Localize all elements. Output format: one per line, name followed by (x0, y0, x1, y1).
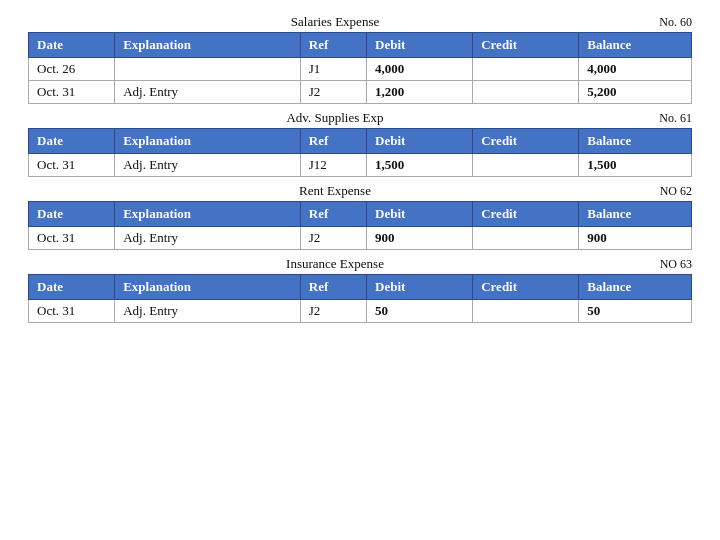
col-header-1-5: Balance (579, 129, 692, 154)
table-0: DateExplanationRefDebitCreditBalanceOct.… (28, 32, 692, 104)
table-row: Oct. 26J14,0004,000 (29, 58, 692, 81)
col-header-0-0: Date (29, 33, 115, 58)
col-header-2-1: Explanation (115, 202, 301, 227)
section-0: Salaries ExpenseNo. 60DateExplanationRef… (28, 14, 692, 104)
main-title (0, 0, 720, 14)
col-header-0-4: Credit (473, 33, 579, 58)
cell-2-0-5: 900 (579, 227, 692, 250)
table-row: Oct. 31Adj. EntryJ25050 (29, 300, 692, 323)
cell-3-0-3: 50 (367, 300, 473, 323)
section-title-0: Salaries Expense (28, 14, 642, 30)
cell-1-0-4 (473, 154, 579, 177)
cell-3-0-4 (473, 300, 579, 323)
col-header-0-5: Balance (579, 33, 692, 58)
col-header-1-2: Ref (300, 129, 366, 154)
cell-2-0-0: Oct. 31 (29, 227, 115, 250)
cell-0-0-5: 4,000 (579, 58, 692, 81)
col-header-3-2: Ref (300, 275, 366, 300)
section-no-0: No. 60 (642, 15, 692, 30)
cell-0-0-3: 4,000 (367, 58, 473, 81)
cell-1-0-1: Adj. Entry (115, 154, 301, 177)
cell-3-0-1: Adj. Entry (115, 300, 301, 323)
cell-0-0-2: J1 (300, 58, 366, 81)
cell-0-0-1 (115, 58, 301, 81)
section-3: Insurance ExpenseNO 63DateExplanationRef… (28, 256, 692, 323)
col-header-1-1: Explanation (115, 129, 301, 154)
col-header-0-3: Debit (367, 33, 473, 58)
cell-1-0-5: 1,500 (579, 154, 692, 177)
section-2: Rent ExpenseNO 62DateExplanationRefDebit… (28, 183, 692, 250)
table-3: DateExplanationRefDebitCreditBalanceOct.… (28, 274, 692, 323)
cell-1-0-2: J12 (300, 154, 366, 177)
section-no-3: NO 63 (642, 257, 692, 272)
table-row: Oct. 31Adj. EntryJ2900900 (29, 227, 692, 250)
cell-0-0-4 (473, 58, 579, 81)
section-title-1: Adv. Supplies Exp (28, 110, 642, 126)
cell-0-1-3: 1,200 (367, 81, 473, 104)
cell-2-0-3: 900 (367, 227, 473, 250)
section-title-2: Rent Expense (28, 183, 642, 199)
table-row: Oct. 31Adj. EntryJ21,2005,200 (29, 81, 692, 104)
cell-0-1-4 (473, 81, 579, 104)
col-header-2-2: Ref (300, 202, 366, 227)
cell-0-1-2: J2 (300, 81, 366, 104)
col-header-1-3: Debit (367, 129, 473, 154)
cell-3-0-2: J2 (300, 300, 366, 323)
col-header-1-0: Date (29, 129, 115, 154)
cell-2-0-4 (473, 227, 579, 250)
cell-0-1-1: Adj. Entry (115, 81, 301, 104)
section-1: Adv. Supplies ExpNo. 61DateExplanationRe… (28, 110, 692, 177)
col-header-1-4: Credit (473, 129, 579, 154)
section-no-1: No. 61 (642, 111, 692, 126)
section-no-2: NO 62 (642, 184, 692, 199)
cell-1-0-0: Oct. 31 (29, 154, 115, 177)
cell-2-0-1: Adj. Entry (115, 227, 301, 250)
table-2: DateExplanationRefDebitCreditBalanceOct.… (28, 201, 692, 250)
section-title-3: Insurance Expense (28, 256, 642, 272)
cell-0-0-0: Oct. 26 (29, 58, 115, 81)
cell-3-0-5: 50 (579, 300, 692, 323)
cell-1-0-3: 1,500 (367, 154, 473, 177)
col-header-2-5: Balance (579, 202, 692, 227)
col-header-3-5: Balance (579, 275, 692, 300)
col-header-0-1: Explanation (115, 33, 301, 58)
col-header-3-0: Date (29, 275, 115, 300)
col-header-0-2: Ref (300, 33, 366, 58)
col-header-2-4: Credit (473, 202, 579, 227)
table-1: DateExplanationRefDebitCreditBalanceOct.… (28, 128, 692, 177)
cell-0-1-0: Oct. 31 (29, 81, 115, 104)
col-header-3-4: Credit (473, 275, 579, 300)
cell-2-0-2: J2 (300, 227, 366, 250)
col-header-2-0: Date (29, 202, 115, 227)
col-header-3-3: Debit (367, 275, 473, 300)
cell-3-0-0: Oct. 31 (29, 300, 115, 323)
cell-0-1-5: 5,200 (579, 81, 692, 104)
col-header-3-1: Explanation (115, 275, 301, 300)
col-header-2-3: Debit (367, 202, 473, 227)
table-row: Oct. 31Adj. EntryJ121,5001,500 (29, 154, 692, 177)
